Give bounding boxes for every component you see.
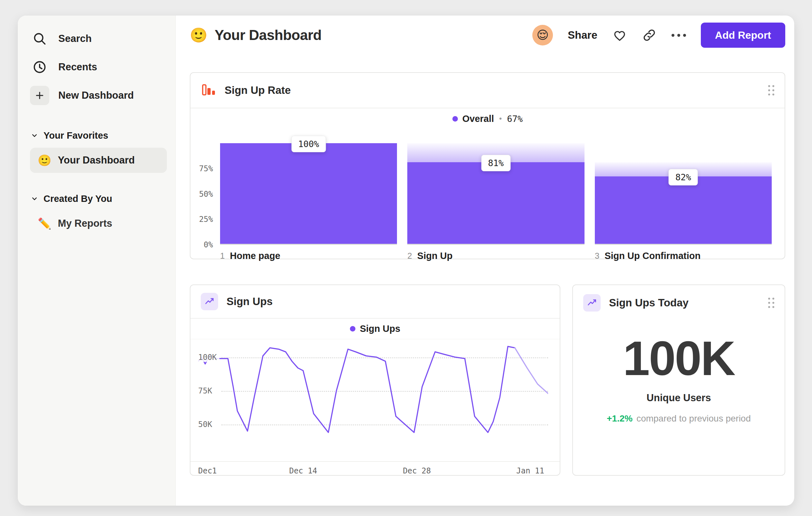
sidebar-item-my-reports[interactable]: ✏️ My Reports	[30, 211, 167, 236]
dashboard-emoji: 🙂	[38, 155, 51, 166]
legend-dot	[350, 326, 355, 331]
dashboard-title-group: 🙂 Your Dashboard	[190, 27, 322, 43]
funnel-bar-1[interactable]: 100%	[220, 143, 397, 245]
section-title: Created By You	[44, 193, 112, 204]
funnel-y-tick: 25%	[199, 215, 213, 224]
line-y-tick: 75K	[198, 386, 214, 396]
sidebar-item-your-dashboard[interactable]: 🙂 Your Dashboard	[30, 148, 167, 173]
card-header: Sign Ups Today	[573, 285, 785, 321]
funnel-bar-value-chip: 81%	[482, 155, 511, 171]
line-legend[interactable]: Sign Ups	[191, 319, 560, 339]
delta-value: +1.2%	[607, 413, 633, 424]
copy-link-icon[interactable]	[642, 28, 657, 43]
sign-ups-card: Sign Ups Sign Ups 50K75K100K Dec1Dec 14D…	[190, 284, 560, 476]
sidebar-item-label: Search	[58, 33, 91, 45]
card-header: Sign Ups	[191, 285, 560, 319]
funnel-y-axis: 0%25%50%75%	[191, 143, 220, 245]
app-window: Search Recents New Dashboard	[18, 16, 794, 506]
dashboard-emoji: 🙂	[190, 28, 207, 42]
funnel-category-label: 1Home page	[220, 251, 397, 261]
legend-label: Overall	[462, 113, 494, 124]
created-by-you-section: Created By You ✏️ My Reports	[30, 190, 167, 236]
line-chart-icon	[583, 294, 601, 311]
funnel-y-tick: 0%	[204, 240, 213, 249]
funnel-category-label: 3Sign Up Confirmation	[595, 251, 772, 261]
funnel-chart-icon	[201, 82, 216, 99]
line-chart-icon	[201, 293, 218, 310]
chevron-down-icon	[30, 131, 39, 140]
funnel-y-tick: 50%	[199, 190, 213, 199]
avatar[interactable]: 😌	[532, 25, 553, 46]
more-options-icon[interactable]	[671, 34, 686, 37]
sign-ups-today-card: Sign Ups Today 100K Unique Users +1.2% c…	[572, 284, 785, 476]
funnel-chart: 0%25%50%75% 100%81%82%	[191, 129, 785, 245]
signups-line-plot	[198, 344, 548, 458]
sidebar-item-label: Recents	[58, 61, 97, 73]
favorites-section: Your Favorites 🙂 Your Dashboard	[30, 127, 167, 173]
line-chart[interactable]: 50K75K100K	[198, 344, 548, 458]
line-y-tick: 100K	[198, 353, 220, 362]
drag-handle-icon[interactable]	[768, 85, 774, 96]
funnel-bar-fill	[595, 176, 772, 244]
sidebar-item-search[interactable]: Search	[30, 25, 167, 53]
legend-value: 67%	[507, 114, 523, 124]
metric-label: Unique Users	[573, 392, 785, 404]
line-x-tick: Dec1	[198, 466, 217, 476]
page-title: Your Dashboard	[214, 27, 322, 43]
favorite-heart-icon[interactable]	[612, 28, 627, 43]
line-x-axis: Dec1Dec 14Dec 28Jan 11	[191, 461, 560, 479]
sign-up-rate-card: Sign Up Rate Overall • 67% 0%25%50%75% 1…	[190, 72, 785, 259]
dashboard-header: 🙂 Your Dashboard 😌 Share	[190, 21, 785, 50]
sidebar: Search Recents New Dashboard	[18, 16, 176, 506]
funnel-bar-value-chip: 100%	[291, 136, 326, 152]
funnel-bar-fill	[220, 143, 397, 244]
line-x-tick: Dec 28	[403, 466, 431, 476]
sidebar-item-label: My Reports	[58, 218, 112, 229]
pencil-icon: ✏️	[38, 218, 51, 229]
funnel-legend[interactable]: Overall • 67%	[191, 108, 785, 129]
drag-handle-icon[interactable]	[768, 298, 774, 308]
funnel-plot: 100%81%82%	[220, 143, 772, 245]
metric-value: 100K	[573, 334, 785, 382]
funnel-bar-fill	[407, 162, 584, 244]
signups-line	[198, 346, 515, 432]
sidebar-item-recents[interactable]: Recents	[30, 53, 167, 81]
funnel-category-label: 2Sign Up	[407, 251, 584, 261]
line-x-tick: Jan 11	[516, 466, 544, 476]
chevron-down-icon	[30, 194, 39, 203]
card-title: Sign Ups Today	[609, 297, 689, 309]
favorites-section-header[interactable]: Your Favorites	[30, 127, 167, 144]
metric-delta: +1.2% compared to previous period	[573, 413, 785, 424]
created-section-header[interactable]: Created By You	[30, 190, 167, 208]
main-content: 🙂 Your Dashboard 😌 Share	[176, 16, 794, 506]
header-actions: 😌 Share Add Report	[532, 23, 785, 48]
plus-icon	[30, 86, 49, 105]
line-x-tick: Dec 14	[289, 466, 317, 476]
legend-separator: •	[499, 114, 502, 123]
card-header: Sign Up Rate	[191, 73, 785, 108]
card-title: Sign Ups	[227, 295, 272, 308]
delta-description: compared to previous period	[636, 413, 751, 424]
search-icon	[30, 29, 49, 48]
funnel-bar-2[interactable]: 81%	[407, 143, 584, 245]
share-button[interactable]: Share	[568, 29, 598, 41]
section-title: Your Favorites	[44, 130, 108, 141]
funnel-x-axis: 1Home page2Sign Up3Sign Up Confirmation	[220, 251, 772, 261]
legend-label: Sign Ups	[360, 323, 401, 334]
clock-icon	[30, 57, 49, 77]
add-report-button[interactable]: Add Report	[701, 23, 785, 48]
sidebar-item-label: Your Dashboard	[58, 155, 135, 166]
card-title: Sign Up Rate	[225, 84, 291, 97]
signups-line-forecast	[515, 348, 548, 394]
funnel-y-tick: 75%	[199, 164, 213, 173]
legend-dot	[453, 116, 458, 121]
cards-row: Sign Ups Sign Ups 50K75K100K Dec1Dec 14D…	[190, 284, 785, 476]
funnel-bar-value-chip: 82%	[669, 169, 698, 185]
sidebar-item-label: New Dashboard	[58, 90, 134, 101]
funnel-bar-3[interactable]: 82%	[595, 143, 772, 245]
sidebar-item-new-dashboard[interactable]: New Dashboard	[30, 81, 167, 110]
line-y-tick: 50K	[198, 420, 214, 429]
